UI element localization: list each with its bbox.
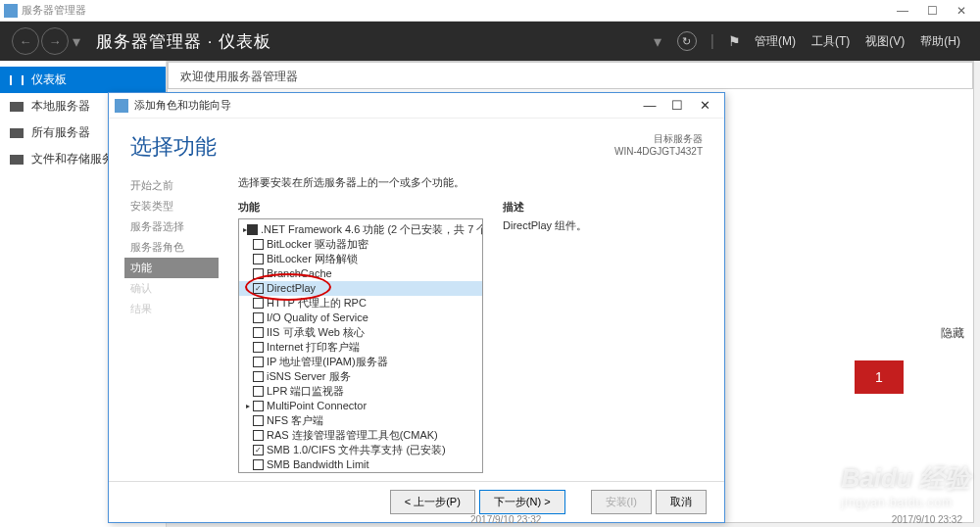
- feature-item[interactable]: DirectPlay: [239, 281, 482, 296]
- feature-checkbox[interactable]: [253, 445, 264, 455]
- feature-item[interactable]: RAS 连接管理器管理工具包(CMAK): [239, 428, 482, 443]
- breadcrumb-dropdown-icon[interactable]: ▾: [654, 32, 662, 51]
- maximize-button[interactable]: ☐: [917, 4, 947, 18]
- feature-item[interactable]: BitLocker 网络解锁: [239, 252, 482, 266]
- next-button[interactable]: 下一步(N) >: [479, 490, 565, 514]
- wizard-header: 选择功能 目标服务器 WIN-4DGJGTJ432T: [109, 119, 724, 169]
- close-button[interactable]: ✕: [947, 4, 976, 18]
- feature-item[interactable]: ▸MultiPoint Connector: [239, 399, 482, 413]
- wizard-nav-step[interactable]: 服务器角色: [130, 237, 219, 258]
- feature-checkbox[interactable]: [253, 401, 264, 411]
- wizard-nav-step[interactable]: 安装类型: [130, 196, 219, 216]
- feature-checkbox[interactable]: [253, 312, 264, 323]
- sidebar-item-label: 文件和存储服务: [31, 151, 114, 168]
- timestamp-2: 2017/9/10 23:32: [892, 514, 962, 525]
- feature-item[interactable]: I/O Quality of Service: [239, 311, 482, 325]
- features-label: 功能: [238, 200, 483, 215]
- welcome-header: 欢迎使用服务器管理器: [168, 62, 973, 89]
- wizard-nav: 开始之前安装类型服务器选择服务器角色功能确认结果: [130, 175, 219, 477]
- feature-item[interactable]: BranchCache: [239, 266, 482, 281]
- expand-icon[interactable]: ▸: [243, 399, 253, 413]
- wizard-maximize-button[interactable]: ☐: [663, 98, 691, 113]
- menu-tools[interactable]: 工具(T): [811, 33, 850, 50]
- feature-label: BitLocker 驱动器加密: [267, 237, 368, 252]
- wizard-nav-step[interactable]: 服务器选择: [130, 216, 219, 237]
- storage-icon: [10, 155, 24, 165]
- feature-checkbox[interactable]: [253, 357, 264, 367]
- wizard-icon: [115, 99, 128, 113]
- feature-label: BranchCache: [267, 266, 332, 281]
- feature-item[interactable]: IIS 可承载 Web 核心: [239, 325, 482, 340]
- prev-button[interactable]: < 上一步(P): [390, 490, 475, 514]
- feature-checkbox[interactable]: [253, 254, 264, 264]
- feature-label: Internet 打印客户端: [267, 340, 360, 355]
- feature-checkbox[interactable]: [253, 415, 264, 426]
- feature-label: MultiPoint Connector: [267, 399, 367, 413]
- features-listbox[interactable]: ▸.NET Framework 4.6 功能 (2 个已安装，共 7 个)Bit…: [238, 218, 483, 473]
- feature-checkbox[interactable]: [253, 327, 264, 338]
- add-roles-wizard: 添加角色和功能向导 — ☐ ✕ 选择功能 目标服务器 WIN-4DGJGTJ43…: [108, 92, 725, 523]
- feature-item[interactable]: NFS 客户端: [239, 413, 482, 428]
- wizard-nav-step[interactable]: 功能: [124, 258, 219, 278]
- minimize-button[interactable]: —: [888, 4, 917, 18]
- hide-link[interactable]: 隐藏: [941, 325, 964, 342]
- nav-forward-button[interactable]: →: [41, 27, 69, 55]
- notification-badge[interactable]: 1: [855, 360, 904, 394]
- wizard-nav-step[interactable]: 开始之前: [130, 175, 219, 196]
- feature-checkbox[interactable]: [253, 268, 264, 279]
- target-label: 目标服务器: [614, 132, 703, 145]
- wizard-titlebar[interactable]: 添加角色和功能向导 — ☐ ✕: [109, 93, 724, 119]
- feature-checkbox[interactable]: [253, 342, 264, 353]
- server-icon: [10, 102, 24, 112]
- feature-label: SMB 1.0/CIFS 文件共享支持 (已安装): [267, 443, 446, 457]
- feature-item[interactable]: SMB Bandwidth Limit: [239, 457, 482, 472]
- feature-label: LPR 端口监视器: [267, 384, 344, 399]
- feature-item[interactable]: LPR 端口监视器: [239, 384, 482, 399]
- feature-label: .NET Framework 4.6 功能 (2 个已安装，共 7 个): [261, 222, 483, 237]
- feature-checkbox[interactable]: [253, 430, 264, 441]
- wizard-close-button[interactable]: ✕: [691, 98, 718, 113]
- feature-item[interactable]: ▸.NET Framework 4.6 功能 (2 个已安装，共 7 个): [239, 222, 482, 237]
- description-text: DirectPlay 组件。: [503, 218, 703, 233]
- wizard-nav-step: 结果: [130, 299, 219, 319]
- target-value: WIN-4DGJGTJ432T: [614, 145, 703, 158]
- feature-checkbox[interactable]: [253, 283, 264, 294]
- feature-item[interactable]: SMTP 服务器: [239, 472, 482, 473]
- target-server-info: 目标服务器 WIN-4DGJGTJ432T: [614, 132, 703, 162]
- menu-manage[interactable]: 管理(M): [755, 33, 796, 50]
- servers-icon: [10, 128, 24, 138]
- feature-label: SMTP 服务器: [267, 472, 331, 473]
- feature-checkbox[interactable]: [253, 371, 264, 382]
- wizard-minimize-button[interactable]: —: [636, 98, 663, 113]
- feature-checkbox[interactable]: [253, 386, 264, 397]
- nav-back-button[interactable]: ←: [12, 27, 39, 55]
- breadcrumb: 服务器管理器 · 仪表板: [96, 30, 271, 53]
- menu-help[interactable]: 帮助(H): [920, 33, 960, 50]
- cancel-button[interactable]: 取消: [656, 490, 707, 514]
- timestamp-1: 2017/9/10 23:32: [470, 514, 541, 525]
- flag-icon[interactable]: ⚑: [728, 33, 741, 49]
- feature-checkbox[interactable]: [253, 239, 264, 250]
- feature-checkbox[interactable]: [247, 224, 258, 235]
- feature-item[interactable]: BitLocker 驱动器加密: [239, 237, 482, 252]
- feature-item[interactable]: HTTP 代理上的 RPC: [239, 296, 482, 311]
- wizard-nav-step: 确认: [130, 278, 219, 299]
- feature-item[interactable]: Internet 打印客户端: [239, 340, 482, 355]
- feature-checkbox[interactable]: [253, 459, 264, 470]
- feature-label: IP 地址管理(IPAM)服务器: [267, 355, 388, 369]
- nav-dropdown-icon[interactable]: ▾: [73, 32, 80, 51]
- install-button[interactable]: 安装(I): [591, 490, 652, 514]
- description-label: 描述: [503, 200, 703, 215]
- refresh-icon[interactable]: ↻: [677, 31, 697, 51]
- menu-view[interactable]: 视图(V): [865, 33, 905, 50]
- feature-item[interactable]: SMB 1.0/CIFS 文件共享支持 (已安装): [239, 443, 482, 457]
- feature-checkbox[interactable]: [253, 298, 264, 309]
- feature-item[interactable]: iSNS Server 服务: [239, 369, 482, 384]
- sidebar-item-dashboard[interactable]: 仪表板: [0, 67, 166, 93]
- window-title: 服务器管理器: [22, 3, 86, 18]
- app-icon: [4, 4, 18, 18]
- outer-window-titlebar: 服务器管理器 — ☐ ✕: [0, 0, 980, 22]
- app-header: ← → ▾ 服务器管理器 · 仪表板 ▾ ↻ | ⚑ 管理(M) 工具(T) 视…: [0, 22, 980, 61]
- feature-label: iSNS Server 服务: [267, 369, 351, 384]
- feature-item[interactable]: IP 地址管理(IPAM)服务器: [239, 355, 482, 369]
